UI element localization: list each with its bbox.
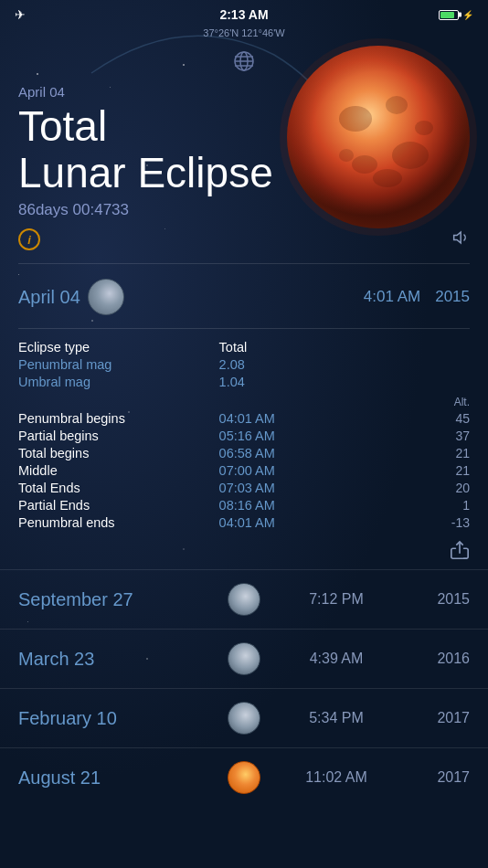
eclipse-header-year: 2015 <box>435 288 470 306</box>
airplane-icon: ✈ <box>15 7 26 22</box>
eclipse-list-date-2: February 10 <box>18 708 218 729</box>
phase-row-5: Partial Ends 08:16 AM 1 <box>18 496 470 513</box>
phase-row-4: Total Ends 07:03 AM 20 <box>18 479 470 496</box>
detail-penumbral-mag-value: 2.08 <box>219 357 387 372</box>
battery-icon <box>439 10 459 20</box>
eclipse-list-time-0: 7:12 PM <box>270 591 403 608</box>
details-table: Eclipse type Total Penumbral mag 2.08 Um… <box>18 334 470 538</box>
eclipse-moon-2 <box>228 702 260 735</box>
eclipse-header-date: April 04 <box>18 287 80 308</box>
eclipse-list-year-0: 2015 <box>403 591 470 608</box>
detail-penumbral-mag-row: Penumbral mag 2.08 <box>18 355 470 373</box>
event-date-small: April 04 <box>18 84 470 100</box>
eclipse-list-date-1: March 23 <box>18 649 218 670</box>
share-icon[interactable] <box>450 540 470 562</box>
divider-mid <box>18 328 470 329</box>
phase-row-3: Middle 07:00 AM 21 <box>18 461 470 479</box>
detail-type-value: Total <box>219 340 387 355</box>
eclipse-moon-0 <box>228 583 260 616</box>
status-right: ⚡ <box>439 10 473 20</box>
eclipse-list-date-0: September 27 <box>18 589 218 610</box>
battery-fill <box>440 12 454 18</box>
eclipse-list-time-2: 5:34 PM <box>270 710 403 726</box>
eclipse-header-row: April 04 4:01 AM 2015 <box>18 270 470 323</box>
eclipse-list-year-3: 2017 <box>403 769 470 786</box>
info-button[interactable]: i <box>18 228 40 250</box>
eclipse-list-item-0[interactable]: September 27 7:12 PM 2015 <box>0 569 488 629</box>
detail-umbral-mag-label: Umbral mag <box>18 375 219 389</box>
alt-header-row: Alt. <box>18 394 470 409</box>
detail-type-label: Eclipse type <box>18 340 219 355</box>
eclipse-list-item-2[interactable]: February 10 5:34 PM 2017 <box>0 688 488 747</box>
eclipse-moon-3 <box>228 761 260 794</box>
bolt-icon: ⚡ <box>462 10 473 20</box>
eclipse-header-time: 4:01 AM <box>364 288 420 306</box>
phase-row-0: Penumbral begins 04:01 AM 45 <box>18 409 470 427</box>
main-content: April 04 Total Lunar Eclipse 86days 00:4… <box>0 84 488 569</box>
share-area[interactable] <box>18 538 470 569</box>
globe-area[interactable] <box>233 50 255 76</box>
phase-row-6: Penumbral ends 04:01 AM -13 <box>18 513 470 531</box>
eclipse-list-date-3: August 21 <box>18 767 218 789</box>
countdown: 86days 00:4733 <box>18 201 470 219</box>
status-bar: ✈ 2:13 AM ⚡ <box>0 0 488 26</box>
phase-row-2: Total begins 06:58 AM 21 <box>18 444 470 461</box>
alt-header: Alt. <box>387 396 470 408</box>
eclipse-list-time-3: 11:02 AM <box>270 769 403 786</box>
detail-penumbral-mag-label: Penumbral mag <box>18 357 219 372</box>
info-icon-area[interactable]: i <box>18 228 470 250</box>
detail-umbral-mag-value: 1.04 <box>219 375 387 389</box>
status-time: 2:13 AM <box>219 7 268 22</box>
phase-row-1: Partial begins 05:16 AM 37 <box>18 427 470 444</box>
detail-type-row: Eclipse type Total <box>18 338 470 355</box>
eclipse-moon-1 <box>228 642 260 675</box>
eclipse-list-year-2: 2017 <box>403 710 470 726</box>
coordinates: 37°26'N 121°46'W <box>0 27 488 38</box>
status-left: ✈ <box>15 7 26 22</box>
event-title: Total Lunar Eclipse <box>18 103 470 196</box>
eclipse-list-item-3[interactable]: August 21 11:02 AM 2017 <box>0 747 488 807</box>
eclipse-list-item-1[interactable]: March 23 4:39 AM 2016 <box>0 629 488 688</box>
detail-umbral-mag-row: Umbral mag 1.04 <box>18 373 470 390</box>
eclipse-list-year-1: 2016 <box>403 651 470 667</box>
eclipse-list: September 27 7:12 PM 2015 March 23 4:39 … <box>0 569 488 807</box>
divider-top <box>18 263 470 264</box>
eclipse-moon-phase <box>88 279 124 315</box>
eclipse-list-time-1: 4:39 AM <box>270 651 403 667</box>
